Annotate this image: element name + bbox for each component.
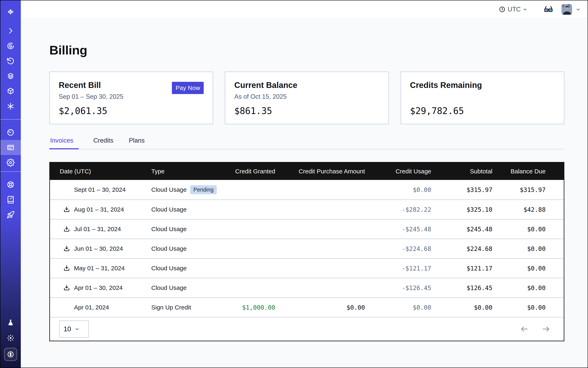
next-page-button[interactable]	[542, 325, 550, 333]
app-logo[interactable]	[0, 2, 21, 23]
current-balance-card: Current Balance As of Oct 15, 2025 $861.…	[225, 72, 389, 124]
invoice-date: Sept 01 – 30, 2024	[74, 186, 126, 193]
flask-icon	[7, 319, 15, 327]
balance-due: $0.00	[500, 304, 565, 311]
sun-icon	[7, 334, 15, 342]
account-menu-chevron-icon[interactable]	[576, 7, 581, 12]
credit-usage: -$245.48	[373, 226, 439, 233]
main-content: Billing Recent Bill Sep 01 – Sep 30, 202…	[21, 18, 588, 368]
credits-remaining-amount: $29,782.65	[410, 106, 464, 116]
sidebar-item-sandboxes[interactable]	[0, 84, 21, 99]
download-invoice-button[interactable]	[63, 245, 71, 253]
card-title: Current Balance	[234, 81, 379, 90]
invoice-date: Jul 01 – 31, 2024	[74, 226, 121, 232]
credits-remaining-card: Credits Remaining $29,782.65	[401, 72, 564, 124]
pay-now-button[interactable]: Pay Now	[172, 82, 204, 94]
gauge-icon	[7, 128, 15, 137]
credit-granted: $1,000.00	[231, 304, 283, 311]
sidebar-item-theme[interactable]	[0, 331, 21, 346]
logo-icon	[7, 9, 15, 17]
current-balance-amount: $861.35	[234, 106, 272, 116]
page-size-value: 10	[63, 325, 71, 333]
asterisk-icon	[7, 102, 15, 110]
history-icon	[7, 57, 15, 65]
sidebar-item-labs[interactable]	[0, 315, 21, 331]
cube-icon	[7, 87, 15, 95]
balance-due: $0.00	[500, 245, 565, 252]
card-title: Credits Remaining	[410, 81, 555, 90]
sidebar-item-docs[interactable]	[0, 192, 21, 207]
invoice-date: Apr 01 – 30, 2024	[74, 284, 123, 291]
credit-usage: $0.00	[373, 304, 439, 311]
page-title: Billing	[49, 43, 564, 57]
sidebar-divider	[0, 171, 21, 172]
table-row: May 01 – 31, 2024 Cloud Usage -$121.17 $…	[50, 258, 564, 278]
reader-mode-button[interactable]	[543, 4, 553, 14]
table-row: Apr 01, 2024 Sign Up Credit $1,000.00 $0…	[50, 297, 564, 317]
subtotal: $325.10	[439, 206, 500, 213]
sidebar-spacer	[0, 222, 21, 315]
lifebuoy-icon	[7, 181, 15, 189]
sidebar-item-templates[interactable]	[0, 69, 21, 84]
sidebar-item-history[interactable]	[0, 54, 21, 69]
layers-icon	[7, 72, 15, 80]
timezone-label: UTC	[508, 6, 521, 13]
chevron-down-icon	[75, 327, 79, 331]
arrow-right-icon	[542, 325, 550, 333]
table-pagination: 10	[50, 317, 564, 341]
sidebar-item-billing[interactable]	[0, 140, 21, 155]
credit-usage: -$282.22	[373, 206, 439, 213]
billing-tabs: Invoices Credits Plans	[49, 137, 564, 149]
subtotal: $315.97	[439, 186, 500, 193]
download-icon	[63, 265, 70, 272]
invoice-date: May 01 – 31, 2024	[74, 265, 125, 272]
rocket-icon	[7, 211, 15, 219]
table-row: Jul 01 – 31, 2024 Cloud Usage -$245.48 $…	[50, 219, 564, 239]
glasses-icon	[543, 4, 553, 14]
page-size-select[interactable]: 10	[59, 321, 89, 338]
sidebar-item-getting-started[interactable]	[0, 207, 21, 222]
timezone-selector[interactable]: UTC	[499, 6, 527, 13]
clock-icon	[499, 6, 506, 13]
sidebar-item-support[interactable]	[0, 177, 21, 192]
sidebar-item-sessions[interactable]	[0, 38, 21, 54]
column-header-type: Type	[146, 168, 231, 175]
download-icon	[63, 225, 70, 233]
download-icon	[63, 245, 70, 252]
avatar[interactable]	[561, 4, 572, 15]
table-row: Apr 01 – 30, 2024 Cloud Usage -$126.45 $…	[50, 278, 564, 297]
balance-due: $315.97	[500, 186, 565, 193]
sidebar-item-usage[interactable]	[0, 125, 21, 140]
download-invoice-button[interactable]	[63, 284, 71, 292]
credit-purchase: $0.00	[283, 304, 373, 311]
sidebar-divider	[0, 119, 21, 120]
tab-plans[interactable]: Plans	[128, 137, 145, 149]
download-invoice-button[interactable]	[63, 225, 71, 233]
invoice-type: Cloud Usage	[151, 206, 187, 213]
book-sparkles-icon	[7, 196, 15, 204]
invoice-type: Cloud Usage	[151, 226, 187, 232]
sidebar-item-credits[interactable]	[0, 346, 21, 363]
balance-due: $0.00	[500, 226, 565, 233]
sidebar-item-keys[interactable]	[0, 99, 21, 114]
subtotal: $126.45	[439, 284, 500, 292]
column-header-subtotal: Subtotal	[439, 168, 500, 175]
previous-page-button[interactable]	[520, 325, 529, 333]
recent-bill-card: Recent Bill Sep 01 – Sep 30, 2025 $2,061…	[49, 72, 213, 124]
table-row: Jun 01 – 30, 2024 Cloud Usage -$224.68 $…	[50, 239, 564, 258]
column-header-credit-purchase: Credit Purchase Amount	[283, 168, 373, 175]
invoice-type: Cloud Usage	[151, 265, 187, 272]
billing-period: Sep 01 – Sep 30, 2025	[59, 93, 204, 100]
download-icon	[63, 206, 70, 213]
sidebar-item-settings[interactable]	[0, 155, 21, 170]
download-invoice-button[interactable]	[63, 264, 71, 272]
column-header-credit-usage: Credit Usage	[373, 168, 439, 175]
subtotal: $0.00	[439, 304, 500, 311]
tab-invoices[interactable]: Invoices	[49, 137, 79, 149]
gear-icon	[7, 158, 15, 167]
download-slot-empty	[63, 186, 71, 194]
tab-credits[interactable]: Credits	[92, 137, 114, 149]
sidebar-item-expand[interactable]	[0, 23, 21, 38]
invoice-date: Apr 01, 2024	[74, 304, 109, 311]
download-invoice-button[interactable]	[63, 205, 71, 214]
